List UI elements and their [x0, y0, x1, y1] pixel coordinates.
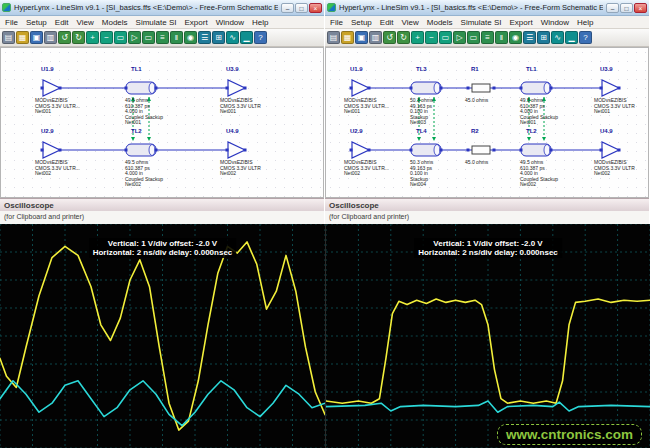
zoom-out-icon[interactable]: − [100, 31, 113, 44]
undo-icon[interactable]: ↺ [383, 31, 396, 44]
menu-setup[interactable]: Setup [347, 18, 376, 27]
stackup-editor-icon[interactable]: ☰ [523, 31, 536, 44]
help-icon[interactable]: ? [254, 31, 267, 44]
buffer-symbol[interactable] [43, 80, 60, 96]
component-ref[interactable]: R2 [471, 128, 479, 134]
print-icon[interactable]: ▥ [44, 31, 57, 44]
oscilloscope-caption[interactable]: Oscilloscope [0, 198, 324, 211]
resistor-symbol[interactable] [472, 146, 490, 154]
minimize-button[interactable]: – [606, 3, 619, 13]
component-ref[interactable]: TL4 [416, 128, 427, 134]
component-ref[interactable]: TL2 [526, 128, 537, 134]
zoom-fit-icon[interactable]: ▭ [439, 31, 452, 44]
close-button[interactable]: × [309, 3, 322, 13]
spreadsheet-icon[interactable]: ⊞ [212, 31, 225, 44]
title-bar[interactable]: HyperLynx - LineSim v9.1 - [SI_basics.ff… [0, 0, 324, 16]
spectrum-analyzer-icon[interactable]: ▁ [565, 31, 578, 44]
buffer-symbol[interactable] [602, 80, 619, 96]
menu-setup[interactable]: Setup [22, 18, 51, 27]
menu-view[interactable]: View [398, 18, 423, 27]
open-file-icon[interactable]: ▦ [16, 31, 29, 44]
tline-symbol[interactable] [126, 144, 156, 156]
redo-icon[interactable]: ↻ [397, 31, 410, 44]
oscilloscope-icon[interactable]: ∿ [226, 31, 239, 44]
spectrum-analyzer-icon[interactable]: ▁ [240, 31, 253, 44]
menu-export[interactable]: Export [181, 18, 212, 27]
menu-models[interactable]: Models [98, 18, 132, 27]
add-resistor-icon[interactable]: ≡ [481, 31, 494, 44]
menu-file[interactable]: File [326, 18, 347, 27]
component-ref[interactable]: U3.9 [600, 66, 613, 72]
add-resistor-icon[interactable]: ≡ [156, 31, 169, 44]
add-transmission-line-icon[interactable]: ▭ [142, 31, 155, 44]
tline-symbol[interactable] [126, 82, 156, 94]
new-file-icon[interactable]: ▤ [327, 31, 340, 44]
menu-help[interactable]: Help [248, 18, 272, 27]
schematic-canvas[interactable]: U1.9MODvsEZIBIS CMOS 3.3V ULTR... Net001… [0, 47, 324, 198]
tline-symbol[interactable] [521, 144, 551, 156]
menu-edit[interactable]: Edit [376, 18, 398, 27]
component-ref[interactable]: U1.9 [350, 66, 363, 72]
zoom-in-icon[interactable]: + [411, 31, 424, 44]
menu-export[interactable]: Export [506, 18, 537, 27]
buffer-symbol[interactable] [228, 142, 245, 158]
add-capacitor-icon[interactable]: ‖ [495, 31, 508, 44]
zoom-in-icon[interactable]: + [86, 31, 99, 44]
help-icon[interactable]: ? [579, 31, 592, 44]
component-ref[interactable]: U4.9 [226, 128, 239, 134]
add-probe-icon[interactable]: ◉ [509, 31, 522, 44]
zoom-fit-icon[interactable]: ▭ [114, 31, 127, 44]
menu-simulate-si[interactable]: Simulate SI [132, 18, 181, 27]
stackup-editor-icon[interactable]: ☰ [198, 31, 211, 44]
add-capacitor-icon[interactable]: ‖ [170, 31, 183, 44]
schematic-canvas[interactable]: U1.9MODvsEZIBIS CMOS 3.3V ULTR... Net001… [325, 47, 649, 198]
menu-view[interactable]: View [73, 18, 98, 27]
tline-symbol[interactable] [411, 144, 441, 156]
menu-file[interactable]: File [1, 18, 22, 27]
component-ref[interactable]: U2.9 [41, 128, 54, 134]
undo-icon[interactable]: ↺ [58, 31, 71, 44]
component-ref[interactable]: TL3 [416, 66, 427, 72]
spreadsheet-icon[interactable]: ⊞ [537, 31, 550, 44]
close-button[interactable]: × [634, 3, 647, 13]
tline-symbol[interactable] [411, 82, 441, 94]
add-buffer-icon[interactable]: ▷ [128, 31, 141, 44]
component-ref[interactable]: U4.9 [600, 128, 613, 134]
menu-window[interactable]: Window [537, 18, 573, 27]
title-bar[interactable]: HyperLynx - LineSim v9.1 - [SI_basics.ff… [325, 0, 649, 16]
maximize-button[interactable]: □ [295, 3, 308, 13]
zoom-out-icon[interactable]: − [425, 31, 438, 44]
open-file-icon[interactable]: ▦ [341, 31, 354, 44]
tline-symbol[interactable] [521, 82, 551, 94]
buffer-symbol[interactable] [352, 80, 369, 96]
buffer-symbol[interactable] [228, 80, 245, 96]
save-file-icon[interactable]: ▣ [355, 31, 368, 44]
oscilloscope-caption[interactable]: Oscilloscope [325, 198, 649, 211]
add-probe-icon[interactable]: ◉ [184, 31, 197, 44]
buffer-symbol[interactable] [43, 142, 60, 158]
menu-models[interactable]: Models [423, 18, 457, 27]
component-ref[interactable]: TL1 [526, 66, 537, 72]
component-ref[interactable]: U2.9 [350, 128, 363, 134]
add-buffer-icon[interactable]: ▷ [453, 31, 466, 44]
component-ref[interactable]: R1 [471, 66, 479, 72]
component-ref[interactable]: U3.9 [226, 66, 239, 72]
component-ref[interactable]: TL1 [131, 66, 142, 72]
minimize-button[interactable]: – [281, 3, 294, 13]
add-transmission-line-icon[interactable]: ▭ [467, 31, 480, 44]
resistor-symbol[interactable] [472, 84, 490, 92]
oscilloscope-icon[interactable]: ∿ [551, 31, 564, 44]
menu-edit[interactable]: Edit [51, 18, 73, 27]
menu-window[interactable]: Window [212, 18, 248, 27]
buffer-symbol[interactable] [352, 142, 369, 158]
menu-help[interactable]: Help [573, 18, 597, 27]
new-file-icon[interactable]: ▤ [2, 31, 15, 44]
maximize-button[interactable]: □ [620, 3, 633, 13]
redo-icon[interactable]: ↻ [72, 31, 85, 44]
save-file-icon[interactable]: ▣ [30, 31, 43, 44]
buffer-symbol[interactable] [602, 142, 619, 158]
component-ref[interactable]: TL2 [131, 128, 142, 134]
print-icon[interactable]: ▥ [369, 31, 382, 44]
menu-simulate-si[interactable]: Simulate SI [457, 18, 506, 27]
component-ref[interactable]: U1.9 [41, 66, 54, 72]
